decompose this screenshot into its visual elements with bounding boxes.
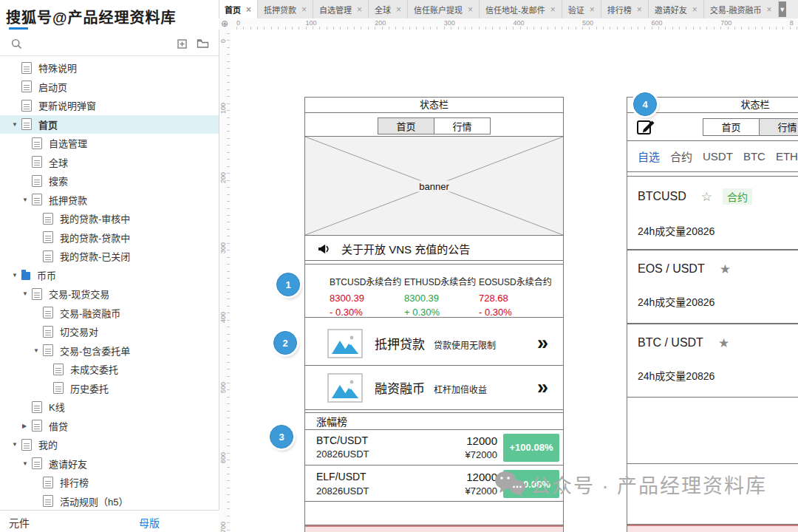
page-tree-item[interactable]: ▼ 抵押贷款 — [0, 191, 219, 210]
page-tree-item[interactable]: 我的贷款-审核中 — [0, 209, 219, 228]
tab-home[interactable]: 首页 — [703, 119, 759, 135]
page-tree-item[interactable]: ▼ 交易-包含委托单 — [0, 341, 219, 361]
page-tree-item[interactable]: 我的贷款-已关闭 — [0, 247, 219, 266]
page-tree-item[interactable]: ▼ 首页 — [0, 115, 219, 134]
close-icon[interactable]: × — [301, 5, 307, 14]
page-tree-item[interactable]: 活动规则（h5） — [0, 492, 219, 511]
callout-3[interactable]: 3 — [270, 425, 293, 449]
tree-caret-icon[interactable]: ▼ — [12, 121, 21, 128]
statusbar-widget[interactable]: 状态栏 — [305, 98, 563, 113]
category-tab[interactable]: USDT — [703, 150, 733, 163]
double-chevron-icon[interactable]: » — [537, 378, 548, 398]
page-tree-item[interactable]: 未成交委托 — [0, 360, 219, 379]
category-tab[interactable]: ETH — [776, 150, 798, 163]
editor-tab[interactable]: 首页 × — [219, 0, 258, 18]
tree-caret-icon[interactable]: ▼ — [12, 272, 21, 279]
editor-tab[interactable]: 邀请好友 × — [649, 0, 704, 18]
gain-percent-badge[interactable]: +100.08% — [503, 434, 559, 462]
callout-4[interactable]: 4 — [633, 92, 657, 116]
tree-caret-icon[interactable]: ▼ — [22, 290, 32, 297]
page-tree-item[interactable]: ▼ 币币 — [0, 266, 219, 285]
tree-caret-icon[interactable]: ▼ — [22, 460, 32, 467]
ruler-number: 0 — [219, 39, 227, 43]
tree-node-icon — [32, 137, 42, 149]
tree-caret-icon[interactable]: ▼ — [22, 197, 32, 203]
page-tree-item[interactable]: 启动页 — [0, 78, 219, 97]
close-icon[interactable]: × — [357, 5, 362, 14]
search-icon[interactable] — [9, 36, 24, 51]
page-tree-item[interactable]: ▶ 借贷 — [0, 417, 219, 436]
tab-market[interactable]: 行情 — [759, 119, 798, 135]
tree-node-icon — [43, 231, 53, 243]
promo-row[interactable]: 融资融币 杠杆加倍收益 » — [305, 366, 563, 410]
editor-tab[interactable]: 信任地址-发邮件 × — [480, 0, 562, 18]
editor-tab[interactable]: 验证 × — [562, 0, 601, 18]
callout-2[interactable]: 2 — [273, 331, 297, 355]
page-tree-item[interactable]: 更新说明弹窗 — [0, 96, 219, 115]
page-tree-item[interactable]: 交易-融资融币 — [0, 304, 219, 323]
page-tree-item[interactable]: K线 — [0, 398, 219, 417]
tree-node-icon — [21, 62, 32, 74]
close-icon[interactable]: × — [550, 5, 556, 14]
tree-node-icon — [21, 439, 32, 451]
callout-1[interactable]: 1 — [276, 273, 300, 296]
page-tree-item[interactable]: ▼ 邀请好友 — [0, 454, 219, 474]
add-folder-icon[interactable] — [195, 36, 210, 51]
close-icon[interactable]: × — [766, 5, 771, 14]
editor-tab[interactable]: 信任账户提现 × — [408, 0, 480, 18]
editor-tab[interactable]: 自选管理 × — [313, 0, 369, 18]
tab-overflow-dropdown[interactable]: ▼ — [779, 1, 787, 17]
edit-pencil-icon[interactable] — [636, 117, 655, 137]
close-icon[interactable]: × — [590, 5, 595, 14]
announcement-bar[interactable]: 关于开放 VNS 充值的公告 — [305, 237, 563, 261]
tree-node-icon — [43, 307, 53, 318]
close-icon[interactable]: × — [396, 5, 401, 14]
close-icon[interactable]: × — [692, 5, 698, 14]
category-tab[interactable]: BTC — [743, 150, 765, 163]
banner-placeholder[interactable]: banner — [305, 136, 563, 236]
gainer-row[interactable]: BTC/USDT 20826USDT 12000 ¥72000 +100.08% — [305, 430, 563, 466]
close-icon[interactable]: × — [637, 5, 642, 14]
contract-ticker[interactable]: EOSUSD永续合约 728.68 - 0.30% — [479, 265, 553, 317]
tab-components[interactable]: 元件 — [9, 515, 30, 530]
market-row[interactable]: BTC / USDT ★ 24h成交量20826 — [627, 324, 798, 398]
category-tab[interactable]: 自选 — [638, 149, 660, 164]
page-tree-item[interactable]: ▼ 我的 — [0, 435, 219, 454]
category-tab[interactable]: 合约 — [670, 149, 692, 164]
page-tree-item[interactable]: 自选管理 — [0, 134, 219, 153]
tree-caret-icon[interactable]: ▼ — [12, 441, 21, 448]
tab-masters[interactable]: 母版 — [137, 515, 161, 532]
empty-row — [627, 398, 798, 464]
tab-market[interactable]: 行情 — [434, 118, 490, 134]
page-tree-item[interactable]: 我的贷款-贷款中 — [0, 228, 219, 248]
image-placeholder-icon — [327, 373, 363, 403]
wireframe-market[interactable]: 状态栏 首页 行情 自选合约USDTBTCETH BTCUSD ☆ — [627, 97, 798, 532]
tab-home[interactable]: 首页 — [378, 118, 434, 134]
close-icon[interactable]: × — [246, 5, 251, 14]
page-tree-item[interactable]: 历史委托 — [0, 379, 219, 398]
favorite-star-icon[interactable]: ★ — [718, 337, 729, 349]
page-tree-item[interactable]: 切交易对 — [0, 322, 219, 341]
tree-caret-icon[interactable]: ▼ — [33, 347, 43, 354]
editor-tab[interactable]: 抵押贷款 × — [258, 0, 313, 18]
tree-caret-icon[interactable]: ▶ — [22, 423, 32, 429]
favorite-star-icon[interactable]: ☆ — [701, 191, 712, 203]
double-chevron-icon[interactable]: » — [537, 333, 548, 353]
market-row[interactable]: EOS / USDT ★ 24h成交量20826 — [627, 250, 798, 324]
wireframe-home[interactable]: 状态栏 首页 行情 banner 关于开放 VNS 充值的公告 — [304, 97, 564, 532]
page-tree-item[interactable]: ▼ 交易-现货交易 — [0, 284, 219, 304]
page-tree-item[interactable]: 全球 — [0, 153, 219, 172]
page-tree-item[interactable]: 搜索 — [0, 171, 219, 191]
add-page-icon[interactable] — [174, 36, 189, 51]
editor-tab[interactable]: 全球 × — [369, 0, 408, 18]
promo-row[interactable]: 抵押贷款 贷款使用无限制 » — [305, 321, 563, 366]
contract-ticker[interactable]: ETHUSD永续合约 8300.39 + 0.30% — [404, 265, 479, 317]
page-tree-item[interactable]: 特殊说明 — [0, 58, 219, 78]
contract-ticker[interactable]: BTCUSD永续合约 8300.39 - 0.30% — [330, 265, 404, 317]
market-row[interactable]: BTCUSD ☆ 合约 24h成交量20826 — [627, 176, 798, 250]
favorite-star-icon[interactable]: ★ — [720, 263, 731, 276]
editor-tab[interactable]: 交易-融资融币 × — [704, 0, 779, 18]
editor-tab[interactable]: 排行榜 × — [601, 0, 649, 18]
page-tree-item[interactable]: 排行榜 — [0, 473, 219, 492]
close-icon[interactable]: × — [468, 5, 473, 14]
